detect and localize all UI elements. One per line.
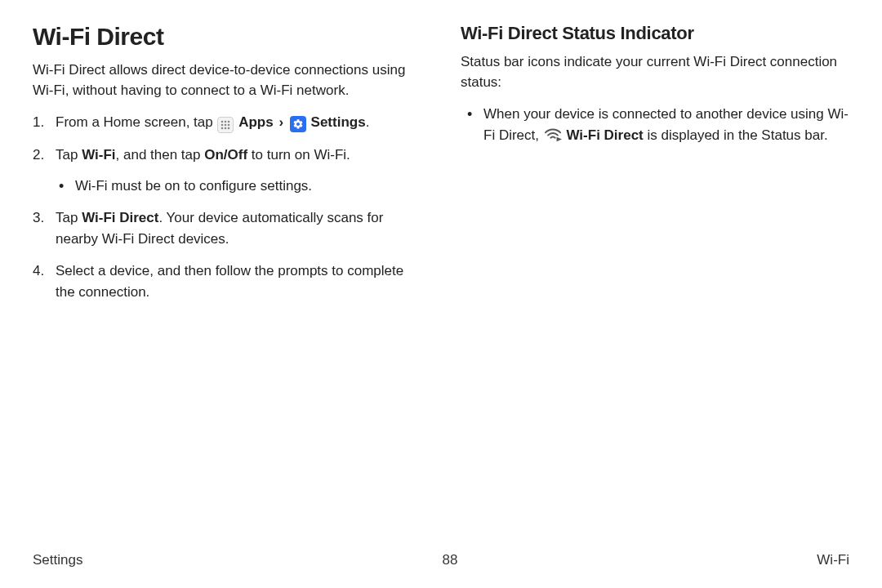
svg-point-2: [228, 121, 230, 123]
chevron-right-icon: ›: [277, 114, 285, 130]
footer-page-number: 88: [442, 552, 457, 568]
intro-paragraph: Wi-Fi Direct allows direct device-to-dev…: [33, 60, 421, 100]
step-2-text-a: Tap: [56, 147, 82, 163]
step-2-sublist: Wi-Fi must be on to configure settings.: [56, 176, 421, 197]
step-2-onoff: On/Off: [204, 147, 247, 163]
svg-point-5: [228, 124, 230, 127]
page-title: Wi-Fi Direct: [33, 23, 421, 51]
svg-point-0: [221, 121, 224, 123]
step-3-text-a: Tap: [56, 210, 82, 225]
step-2-wifi: Wi-Fi: [82, 147, 115, 163]
footer-right: Wi-Fi: [817, 552, 849, 568]
wifi-direct-icon: [544, 127, 562, 142]
step-3-wfd: Wi-Fi Direct: [82, 210, 158, 225]
step-3: Tap Wi-Fi Direct. Your device automatica…: [33, 207, 421, 249]
step-4: Select a device, and then follow the pro…: [33, 261, 421, 302]
apps-label: Apps: [238, 114, 274, 130]
steps-list: From a Home screen, tap Apps › Settings.…: [33, 112, 421, 302]
svg-point-7: [225, 127, 227, 130]
wifi-direct-label: Wi-Fi Direct: [566, 127, 643, 143]
left-column: Wi-Fi Direct Wi-Fi Direct allows direct …: [33, 23, 421, 314]
step-2: Tap Wi-Fi, and then tap On/Off to turn o…: [33, 145, 421, 196]
svg-point-8: [228, 127, 230, 130]
svg-point-4: [225, 124, 227, 127]
apps-icon: [217, 117, 234, 133]
step-1-period: .: [366, 114, 370, 130]
svg-point-6: [221, 127, 224, 130]
page-footer: Settings 88 Wi-Fi: [33, 552, 849, 568]
section-title: Wi-Fi Direct Status Indicator: [461, 23, 849, 44]
bullet-text-b: is displayed in the Status bar.: [648, 127, 828, 143]
settings-label: Settings: [311, 114, 366, 130]
svg-point-3: [221, 124, 224, 127]
status-bullets: When your device is connected to another…: [461, 104, 849, 145]
step-2-sub-item: Wi-Fi must be on to configure settings.: [56, 176, 421, 197]
footer-left: Settings: [33, 552, 82, 568]
step-1: From a Home screen, tap Apps › Settings.: [33, 112, 421, 133]
section-intro: Status bar icons indicate your current W…: [461, 52, 849, 92]
right-column: Wi-Fi Direct Status Indicator Status bar…: [461, 23, 849, 314]
step-2-text-c: to turn on Wi-Fi.: [247, 147, 350, 163]
svg-point-1: [225, 121, 227, 123]
step-2-text-b: , and then tap: [116, 147, 205, 163]
step-1-text-a: From a Home screen, tap: [56, 114, 216, 130]
status-bullet-1: When your device is connected to another…: [461, 104, 849, 145]
settings-gear-icon: [290, 116, 306, 132]
